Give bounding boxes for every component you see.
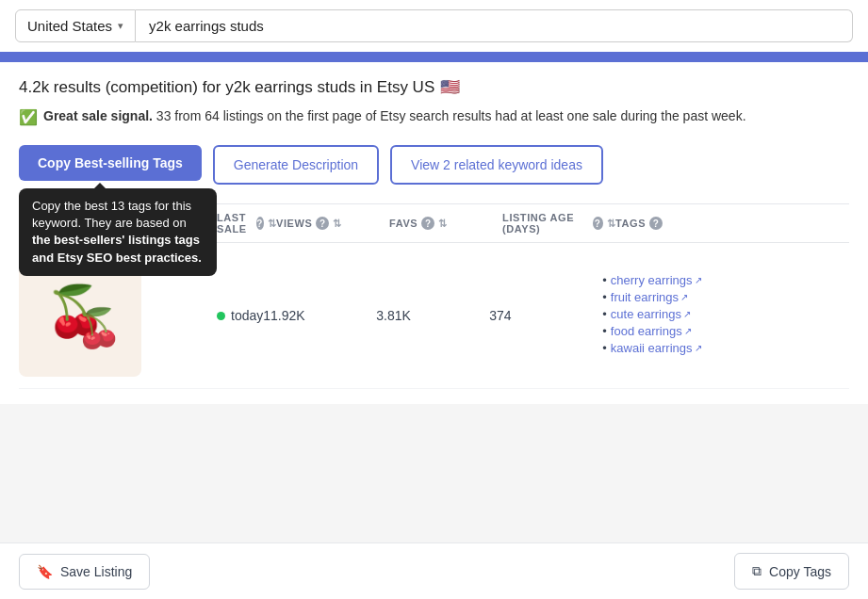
copy-tags-tooltip: Copy the best 13 tags for this keyword. … bbox=[19, 188, 217, 276]
results-title: 4.2k results (competition) for y2k earri… bbox=[19, 77, 849, 97]
tag-link-kawaii[interactable]: kawaii earrings ↗ bbox=[611, 341, 702, 355]
tag-item: food earrings ↗ bbox=[602, 324, 772, 338]
col-tags: TAGS ? bbox=[615, 217, 785, 230]
tags-list: cherry earrings ↗ fruit earrings ↗ cute … bbox=[602, 273, 772, 355]
external-link-icon: ↗ bbox=[695, 343, 702, 353]
col-favs: FAVS ? ⇅ bbox=[389, 217, 502, 230]
tag-link-cute[interactable]: cute earrings ↗ bbox=[611, 307, 691, 321]
views-sort-icon[interactable]: ⇅ bbox=[333, 218, 342, 230]
external-link-icon: ↗ bbox=[695, 275, 702, 285]
save-listing-label: Save Listing bbox=[60, 564, 132, 579]
last-sale-cell: today bbox=[217, 308, 263, 323]
listing-age-sort-icon[interactable]: ⇅ bbox=[607, 218, 616, 230]
sale-signal: ✅ Great sale signal. 33 from 64 listings… bbox=[19, 108, 849, 126]
country-selector[interactable]: United States ▾ bbox=[15, 9, 136, 42]
tag-item: fruit earrings ↗ bbox=[602, 290, 772, 304]
tag-item: cute earrings ↗ bbox=[602, 307, 772, 321]
generate-description-button[interactable]: Generate Description bbox=[213, 145, 379, 185]
tag-link-cherry[interactable]: cherry earrings ↗ bbox=[611, 273, 702, 287]
views-value: 11.92K bbox=[263, 308, 376, 323]
listing-age-help-icon[interactable]: ? bbox=[593, 217, 603, 230]
favs-value: 3.81K bbox=[376, 308, 489, 323]
tag-link-food[interactable]: food earrings ↗ bbox=[611, 324, 692, 338]
col-last-sale: LAST SALE ? ⇅ bbox=[217, 212, 276, 235]
col-views: VIEWS ? ⇅ bbox=[276, 217, 389, 230]
external-link-icon: ↗ bbox=[683, 309, 691, 319]
tags-help-icon[interactable]: ? bbox=[649, 217, 663, 230]
sale-signal-text: Great sale signal. 33 from 64 listings o… bbox=[43, 108, 746, 123]
copy-best-selling-tags-button[interactable]: Copy Best-selling Tags bbox=[19, 145, 202, 181]
favs-sort-icon[interactable]: ⇅ bbox=[438, 218, 448, 230]
tags-cell: cherry earrings ↗ fruit earrings ↗ cute … bbox=[602, 273, 772, 358]
copy-tags-button[interactable]: ⧉ Copy Tags bbox=[734, 553, 849, 590]
sale-signal-bold: Great sale signal. bbox=[43, 108, 153, 123]
bottom-bar: 🔖 Save Listing ⧉ Copy Tags bbox=[0, 542, 868, 599]
copy-tags-container: Copy Best-selling Tags Copy the best 13 … bbox=[19, 145, 202, 185]
action-buttons: Copy Best-selling Tags Copy the best 13 … bbox=[19, 145, 849, 185]
last-sale-sort-icon[interactable]: ⇅ bbox=[268, 218, 277, 230]
main-content: 4.2k results (competition) for y2k earri… bbox=[0, 62, 868, 404]
tag-item: cherry earrings ↗ bbox=[602, 273, 772, 287]
bookmark-icon: 🔖 bbox=[37, 564, 53, 579]
check-icon: ✅ bbox=[19, 108, 38, 126]
col-listing-age: LISTING AGE (DAYS) ? ⇅ bbox=[502, 212, 615, 235]
copy-icon: ⧉ bbox=[752, 563, 762, 579]
flag-emoji: 🇺🇸 bbox=[440, 77, 460, 97]
tooltip-line1: Copy the best 13 tags for this keyword. … bbox=[32, 199, 191, 230]
copy-tags-label: Copy Tags bbox=[769, 564, 831, 579]
listing-age-value: 374 bbox=[489, 308, 602, 323]
sale-signal-body: 33 from 64 listings on the first page of… bbox=[156, 108, 746, 123]
favs-help-icon[interactable]: ? bbox=[421, 217, 434, 230]
green-dot-icon bbox=[217, 312, 225, 320]
chevron-down-icon: ▾ bbox=[118, 20, 123, 32]
external-link-icon: ↗ bbox=[680, 292, 688, 302]
external-link-icon: ↗ bbox=[684, 326, 692, 336]
country-label: United States bbox=[27, 18, 112, 34]
views-help-icon[interactable]: ? bbox=[316, 217, 329, 230]
tag-item: kawaii earrings ↗ bbox=[602, 341, 772, 355]
last-sale-help-icon[interactable]: ? bbox=[256, 217, 264, 230]
results-summary: 4.2k results (competition) for y2k earri… bbox=[19, 78, 434, 97]
tag-link-fruit[interactable]: fruit earrings ↗ bbox=[611, 290, 688, 304]
save-listing-button[interactable]: 🔖 Save Listing bbox=[19, 554, 150, 590]
search-input[interactable] bbox=[136, 9, 853, 42]
last-sale-value: today bbox=[231, 308, 263, 323]
search-bar: United States ▾ bbox=[0, 0, 868, 55]
accent-bar bbox=[0, 55, 868, 62]
tooltip-line2: the best-sellers' listings tags and Etsy… bbox=[32, 233, 202, 264]
view-related-keywords-button[interactable]: View 2 related keyword ideas bbox=[390, 145, 603, 185]
